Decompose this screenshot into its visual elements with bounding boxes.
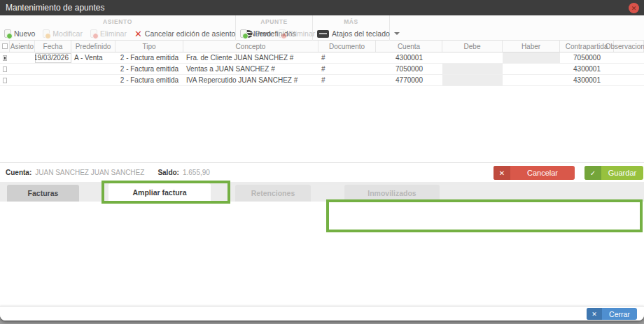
cancelar-button[interactable]: ✕ Cancelar xyxy=(493,166,575,180)
edit-document-icon xyxy=(43,29,50,38)
asiento-eliminar-button[interactable]: Eliminar xyxy=(90,29,127,38)
select-all-checkbox[interactable] xyxy=(2,43,8,49)
guardar-button[interactable]: ✓ Guardar xyxy=(584,166,643,180)
col-documento[interactable]: Documento xyxy=(318,41,376,52)
col-haber[interactable]: Haber xyxy=(503,41,560,52)
apunte-eliminar-button[interactable]: Eliminar xyxy=(279,29,315,38)
toolbar-group-mas: MÁS Atajos del teclado xyxy=(313,15,390,41)
saldo-label: Saldo: xyxy=(158,169,179,176)
cuenta-label: Cuenta: xyxy=(6,169,31,176)
atajos-teclado-button[interactable]: Atajos del teclado xyxy=(317,29,400,38)
cerrar-button[interactable]: ✕ Cerrar xyxy=(587,308,637,320)
group-label-asiento: ASIENTO xyxy=(0,18,235,25)
tabstrip: Facturas Ampliar factura Retenciones Inm… xyxy=(0,182,644,202)
row-checkbox[interactable] xyxy=(3,66,7,72)
col-concepto[interactable]: Concepto xyxy=(183,41,318,52)
chevron-down-icon xyxy=(394,32,400,35)
tab-retenciones[interactable]: Retenciones xyxy=(235,185,311,202)
new-document-icon xyxy=(4,29,11,38)
col-fecha[interactable]: Fecha xyxy=(35,41,71,52)
tab-inmovilizados[interactable]: Inmovilizados xyxy=(344,185,440,202)
keyboard-icon xyxy=(317,30,329,38)
delete-document-icon xyxy=(279,29,286,38)
col-asiento[interactable]: Asiento xyxy=(10,41,35,52)
table-row[interactable]: 2 - Factura emitida IVA Repercutido JUAN… xyxy=(0,75,644,86)
cancel-x-icon: ✕ xyxy=(493,166,510,180)
window-title: Mantenimiento de apuntes xyxy=(6,3,104,13)
asiento-nuevo-button[interactable]: Nuevo xyxy=(4,29,35,38)
group-label-mas: MÁS xyxy=(313,18,389,25)
toolbar-group-asiento: ASIENTO Nuevo Modificar Eliminar ✕Cancel… xyxy=(0,15,236,41)
cancelar-edicion-asiento-button[interactable]: ✕Cancelar edición de asiento xyxy=(134,29,236,38)
tab-ampliar-factura[interactable]: Ampliar factura xyxy=(108,183,211,202)
row-checkbox[interactable] xyxy=(3,78,7,83)
titlebar: Mantenimiento de apuntes xyxy=(0,0,644,15)
table-row[interactable]: 2 - Factura emitida Ventas a JUAN SANCHE… xyxy=(0,64,644,75)
account-balance-line: Cuenta: JUAN SANCHEZ JUAN SANCHEZ Saldo:… xyxy=(6,169,210,176)
cuenta-value: JUAN SANCHEZ JUAN SANCHEZ xyxy=(35,169,144,176)
check-icon: ✓ xyxy=(584,166,601,180)
apunte-nuevo-button[interactable]: Nuevo xyxy=(240,29,271,38)
col-observaciones[interactable]: Observaciones xyxy=(614,41,644,52)
saldo-value: 1.655,90 xyxy=(183,169,210,176)
new-document-icon xyxy=(240,29,247,38)
table-empty-area xyxy=(0,86,644,163)
group-label-apunte: APUNTE xyxy=(236,18,312,25)
col-tipo[interactable]: Tipo xyxy=(115,41,183,52)
entries-table: Asiento Fecha Predefinido Tipo Concepto … xyxy=(0,41,644,163)
table-row[interactable]: 19/03/2026 A - Venta 2 - Factura emitida… xyxy=(0,52,644,64)
statusbar: Cuenta: JUAN SANCHEZ JUAN SANCHEZ Saldo:… xyxy=(0,163,644,182)
ampliar-factura-panel: RESUMEN FACTURAS Nº de facturas/tickets:… xyxy=(0,202,644,306)
delete-document-icon xyxy=(90,29,97,38)
close-icon[interactable]: ✕ xyxy=(629,3,639,13)
entries-table-header: Asiento Fecha Predefinido Tipo Concepto … xyxy=(0,41,644,52)
cancel-x-icon: ✕ xyxy=(134,29,142,38)
col-debe[interactable]: Debe xyxy=(442,41,503,52)
col-cuenta[interactable]: Cuenta xyxy=(376,41,442,52)
toolbar-group-apunte: APUNTE Nuevo Eliminar xyxy=(236,15,313,41)
main-toolbar: ASIENTO Nuevo Modificar Eliminar ✕Cancel… xyxy=(0,15,644,41)
bottom-bar xyxy=(0,306,644,321)
row-checkbox[interactable] xyxy=(3,55,7,61)
tab-facturas[interactable]: Facturas xyxy=(7,185,79,202)
entries-maintenance-window: Mantenimiento de apuntes ✕ ASIENTO Nuevo… xyxy=(0,0,644,321)
fecha-cell-input[interactable]: 19/03/2026 xyxy=(35,53,71,63)
close-x-icon: ✕ xyxy=(587,308,602,320)
col-predefinido[interactable]: Predefinido xyxy=(71,41,115,52)
asiento-modificar-button[interactable]: Modificar xyxy=(43,29,83,38)
